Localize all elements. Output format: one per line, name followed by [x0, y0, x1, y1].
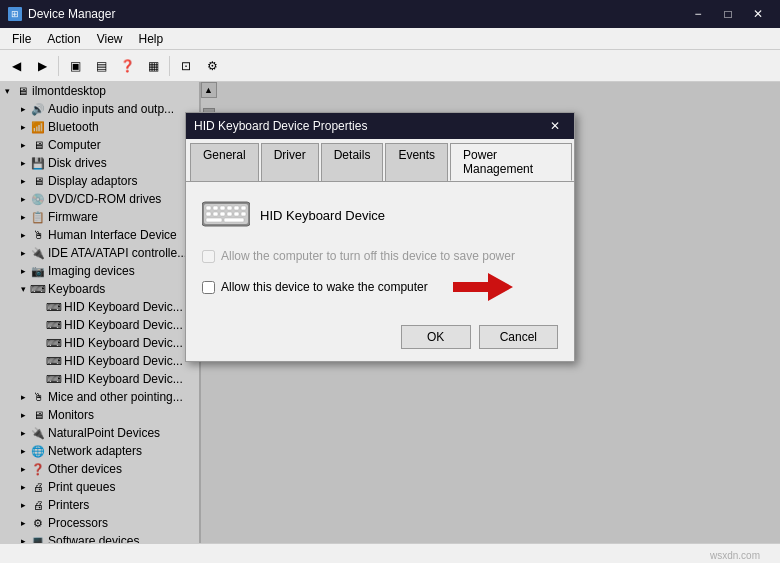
tab-details[interactable]: Details: [321, 143, 384, 181]
menu-bar: File Action View Help: [0, 28, 780, 50]
tab-power-management[interactable]: Power Management: [450, 143, 572, 181]
svg-rect-12: [234, 212, 239, 216]
title-bar-controls: − □ ✕: [684, 4, 772, 24]
svg-rect-8: [206, 212, 211, 216]
toolbar-btn-1[interactable]: ▣: [63, 54, 87, 78]
menu-view[interactable]: View: [89, 30, 131, 48]
menu-help[interactable]: Help: [131, 30, 172, 48]
ok-button[interactable]: OK: [401, 325, 471, 349]
app-icon: ⊞: [8, 7, 22, 21]
menu-file[interactable]: File: [4, 30, 39, 48]
toolbar-back[interactable]: ◀: [4, 54, 28, 78]
toolbar-forward[interactable]: ▶: [30, 54, 54, 78]
dialog-content: HID Keyboard Device Allow the computer t…: [186, 182, 574, 317]
svg-rect-4: [220, 206, 225, 210]
modal-overlay: HID Keyboard Device Properties ✕ General…: [0, 82, 780, 563]
arrow-container: [448, 273, 513, 301]
dialog-title-text: HID Keyboard Device Properties: [194, 119, 540, 133]
keyboard-icon: [202, 198, 250, 230]
title-bar: ⊞ Device Manager − □ ✕: [0, 0, 780, 28]
toolbar-btn-6[interactable]: ⚙: [200, 54, 224, 78]
dialog-title-bar: HID Keyboard Device Properties ✕: [186, 113, 574, 139]
maximize-button[interactable]: □: [714, 4, 742, 24]
toolbar-btn-2[interactable]: ▤: [89, 54, 113, 78]
allow-turnoff-label: Allow the computer to turn off this devi…: [221, 249, 515, 263]
tab-driver[interactable]: Driver: [261, 143, 319, 181]
main-area: ▾ 🖥 ilmontdesktop ▸🔊Audio inputs and out…: [0, 82, 780, 563]
status-bar: [0, 543, 780, 563]
svg-rect-2: [206, 206, 211, 210]
device-name-label: HID Keyboard Device: [260, 208, 385, 223]
allow-wake-label: Allow this device to wake the computer: [221, 280, 428, 294]
cancel-button[interactable]: Cancel: [479, 325, 558, 349]
toolbar-btn-3[interactable]: ❓: [115, 54, 139, 78]
allow-turnoff-item: Allow the computer to turn off this devi…: [202, 249, 558, 263]
toolbar-btn-4[interactable]: ▦: [141, 54, 165, 78]
allow-turnoff-checkbox[interactable]: [202, 250, 215, 263]
tab-general[interactable]: General: [190, 143, 259, 181]
toolbar-btn-5[interactable]: ⊡: [174, 54, 198, 78]
svg-rect-7: [241, 206, 246, 210]
watermark: wsxdn.com: [710, 550, 760, 561]
svg-rect-15: [224, 218, 244, 222]
menu-action[interactable]: Action: [39, 30, 88, 48]
minimize-button[interactable]: −: [684, 4, 712, 24]
dialog-footer: OK Cancel: [186, 317, 574, 361]
title-bar-text: Device Manager: [28, 7, 678, 21]
svg-rect-14: [206, 218, 222, 222]
svg-rect-6: [234, 206, 239, 210]
svg-rect-3: [213, 206, 218, 210]
toolbar: ◀ ▶ ▣ ▤ ❓ ▦ ⊡ ⚙: [0, 50, 780, 82]
toolbar-separator-1: [58, 56, 59, 76]
allow-wake-checkbox[interactable]: [202, 281, 215, 294]
toolbar-separator-2: [169, 56, 170, 76]
allow-wake-item: Allow this device to wake the computer: [202, 280, 428, 294]
svg-rect-9: [213, 212, 218, 216]
svg-marker-16: [453, 273, 513, 301]
tab-events[interactable]: Events: [385, 143, 448, 181]
svg-rect-13: [241, 212, 246, 216]
svg-rect-10: [220, 212, 225, 216]
svg-rect-11: [227, 212, 232, 216]
properties-dialog: HID Keyboard Device Properties ✕ General…: [185, 112, 575, 362]
tab-bar: General Driver Details Events Power Mana…: [186, 139, 574, 182]
svg-rect-5: [227, 206, 232, 210]
device-header: HID Keyboard Device: [202, 198, 558, 233]
red-arrow-icon: [448, 273, 513, 301]
allow-wake-row: Allow this device to wake the computer: [202, 273, 558, 301]
close-button[interactable]: ✕: [744, 4, 772, 24]
dialog-close-button[interactable]: ✕: [544, 117, 566, 135]
